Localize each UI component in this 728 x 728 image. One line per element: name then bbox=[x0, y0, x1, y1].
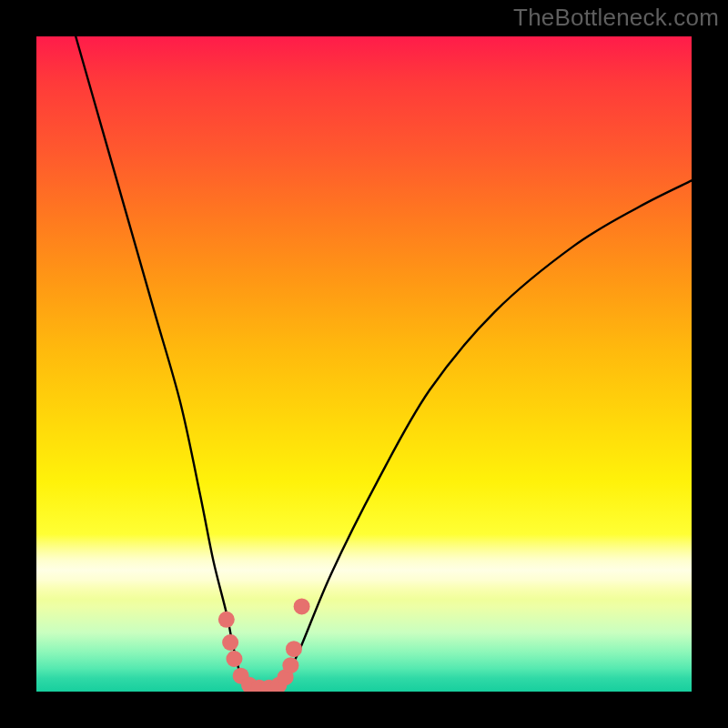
pink-marker bbox=[282, 657, 298, 673]
plot-area bbox=[36, 36, 692, 692]
pink-marker bbox=[278, 669, 294, 685]
pink-marker bbox=[251, 680, 268, 692]
pink-markers-group bbox=[218, 598, 310, 692]
pink-marker bbox=[270, 677, 287, 692]
curves-svg bbox=[36, 36, 692, 692]
pink-marker bbox=[241, 677, 258, 692]
pink-marker bbox=[294, 598, 310, 614]
pink-marker bbox=[286, 641, 302, 657]
pink-marker bbox=[218, 612, 235, 628]
right-branch-curve bbox=[278, 180, 692, 692]
pink-marker bbox=[226, 651, 242, 667]
pink-marker bbox=[233, 668, 249, 684]
pink-marker bbox=[222, 634, 238, 651]
watermark-text: TheBottleneck.com bbox=[513, 4, 719, 32]
left-branch-curve bbox=[76, 36, 246, 692]
chart-frame: TheBottleneck.com bbox=[0, 0, 728, 728]
pink-marker bbox=[261, 680, 278, 692]
